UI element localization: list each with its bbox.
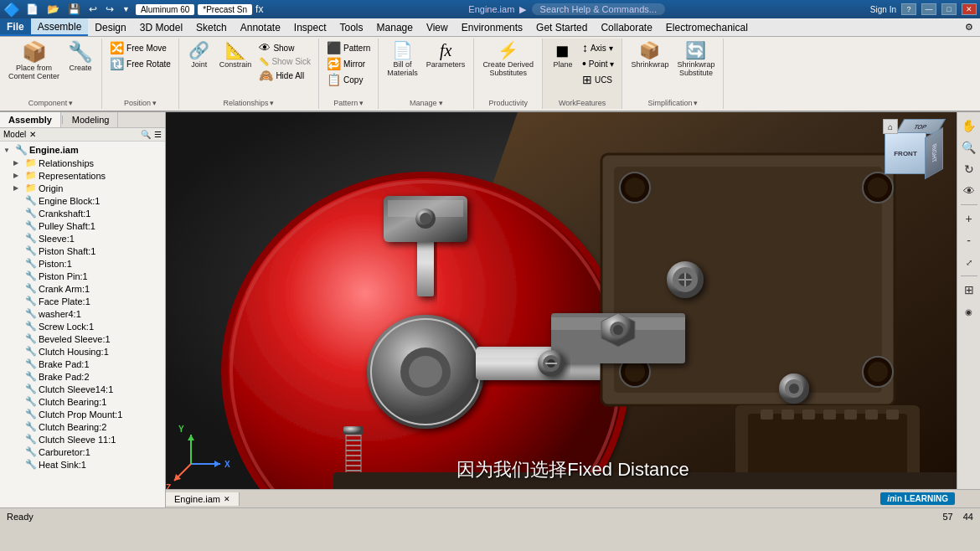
simplification-label[interactable]: Simplification▾ xyxy=(647,97,698,107)
tree-piston-pin[interactable]: 🔧 Piston Pin:1 xyxy=(0,270,165,282)
close-button[interactable]: ✕ xyxy=(962,3,977,15)
shrinkwrap-button[interactable]: 📦 Shrinkwrap xyxy=(627,40,672,70)
display-settings-button[interactable]: ⊞ xyxy=(959,280,979,300)
tree-screw-lock[interactable]: 🔧 Screw Lock:1 xyxy=(0,320,165,332)
tree-washer[interactable]: 🔧 washer4:1 xyxy=(0,307,165,320)
free-rotate-button[interactable]: 🔃 Free Rotate xyxy=(107,56,173,71)
search-icon[interactable]: 🔍 xyxy=(141,130,151,139)
free-move-button[interactable]: 🔀 Free Move xyxy=(107,40,173,55)
show-button[interactable]: 👁 Show xyxy=(256,40,313,55)
menu-getstarted[interactable]: Get Started xyxy=(529,18,594,36)
menu-environments[interactable]: Environments xyxy=(455,18,529,36)
zoom-in-button[interactable]: + xyxy=(959,209,979,229)
viewport[interactable]: X Y Z 因为我们选择Fixed Distance TOP xyxy=(166,112,980,507)
menu-collaborate[interactable]: Collaborate xyxy=(594,18,658,36)
orbit-button[interactable]: ↻ xyxy=(959,159,979,179)
constrain-button[interactable]: 📐 Constrain xyxy=(216,40,255,70)
viewport-tab-engine[interactable]: Engine.iam ✕ xyxy=(166,492,240,506)
tree-carburetor[interactable]: 🔧 Carburetor:1 xyxy=(0,445,165,458)
qat-open[interactable]: 📂 xyxy=(44,3,62,15)
shrinkwrap-sub-button[interactable]: 🔄 ShrinkwrapSubstitute xyxy=(673,40,718,79)
tab-assembly[interactable]: Assembly xyxy=(0,112,61,127)
qat-redo[interactable]: ↪ xyxy=(103,3,116,15)
pattern-label[interactable]: Pattern▾ xyxy=(333,97,364,107)
axis-button[interactable]: ↕ Axis ▾ xyxy=(580,40,616,55)
nav-cube-front[interactable]: FRONT xyxy=(885,132,926,174)
relationships-label[interactable]: Relationships▾ xyxy=(223,97,274,107)
parameters-button[interactable]: fx Parameters xyxy=(423,40,469,70)
tree-crankshaft[interactable]: 🔧 Crankshaft:1 xyxy=(0,207,165,219)
place-from-content-center-button[interactable]: 📦 Place fromContent Center xyxy=(5,40,63,82)
bom-button[interactable]: 📄 Bill ofMaterials xyxy=(384,40,421,79)
tree-piston-shaft[interactable]: 🔧 Piston Shaft:1 xyxy=(0,245,165,257)
qat-more[interactable]: ▼ xyxy=(120,5,132,13)
pan-button[interactable]: ✋ xyxy=(959,116,979,136)
qat-undo[interactable]: ↩ xyxy=(86,3,100,15)
tree-heat-sink[interactable]: 🔧 Heat Sink:1 xyxy=(0,458,165,471)
joint-button[interactable]: 🔗 Joint xyxy=(184,40,214,70)
tree-brake-pad-2[interactable]: 🔧 Brake Pad:2 xyxy=(0,370,165,383)
tree-engine-block[interactable]: 🔧 Engine Block:1 xyxy=(0,194,165,207)
tree-piston[interactable]: 🔧 Piston:1 xyxy=(0,257,165,270)
tree-relationships[interactable]: ▶ 📁 Relationships xyxy=(0,157,165,169)
tree-clutch-prop-mount[interactable]: 🔧 Clutch Prop Mount:1 xyxy=(0,408,165,420)
pattern-button[interactable]: ⬛ Pattern xyxy=(324,40,373,55)
menu-icon[interactable]: ☰ xyxy=(154,130,162,139)
manage-label[interactable]: Manage▾ xyxy=(410,97,443,107)
zoom-out-button[interactable]: - xyxy=(959,230,979,250)
copy-button[interactable]: 📋 Copy xyxy=(324,72,373,87)
zoom-button[interactable]: 🔍 xyxy=(959,137,979,157)
position-label[interactable]: Position▾ xyxy=(124,97,157,107)
active-file[interactable]: *Precast Sn xyxy=(198,4,252,15)
tree-clutch-sleeve11[interactable]: 🔧 Clutch Sleeve 11:1 xyxy=(0,433,165,445)
tree-clutch-sleeve14[interactable]: 🔧 Clutch Sleeve14:1 xyxy=(0,383,165,395)
nav-cube-right[interactable]: RIGHT xyxy=(925,127,943,180)
tree-clutch-bearing-2[interactable]: 🔧 Clutch Bearing:2 xyxy=(0,420,165,433)
menu-sketch[interactable]: Sketch xyxy=(189,18,234,36)
tree-brake-pad-1[interactable]: 🔧 Brake Pad:1 xyxy=(0,358,165,370)
tree-root-engine[interactable]: ▼ 🔧 Engine.iam xyxy=(0,143,165,157)
signin-button[interactable]: Sign In xyxy=(870,5,896,14)
menu-tools[interactable]: Tools xyxy=(333,18,370,36)
close-tab-icon[interactable]: ✕ xyxy=(224,495,230,503)
qat-new[interactable]: 📄 xyxy=(23,3,41,15)
show-sick-button[interactable]: 📏 Show Sick xyxy=(256,56,313,67)
settings-icon[interactable]: ⚙ xyxy=(958,22,980,33)
nav-cube-home[interactable]: ⌂ xyxy=(883,119,898,134)
help-icon[interactable]: ? xyxy=(901,3,916,15)
nav-cube[interactable]: TOP FRONT RIGHT ⌂ xyxy=(883,119,950,186)
tab-modeling[interactable]: Modeling xyxy=(64,112,119,127)
tree-sleeve[interactable]: 🔧 Sleeve:1 xyxy=(0,232,165,245)
create-derived-button[interactable]: ⚡ Create DerivedSubstitutes xyxy=(479,40,537,79)
menu-view[interactable]: View xyxy=(420,18,455,36)
tree-pulley-shaft[interactable]: 🔧 Pulley Shaft:1 xyxy=(0,219,165,232)
menu-design[interactable]: Design xyxy=(88,18,132,36)
material-selector[interactable]: Aluminum 60 xyxy=(136,4,194,15)
menu-inspect[interactable]: Inspect xyxy=(287,18,333,36)
search-bar[interactable]: Search Help & Commands... xyxy=(532,3,665,15)
menu-annotate[interactable]: Annotate xyxy=(234,18,287,36)
point-button[interactable]: • Point ▾ xyxy=(580,56,616,71)
tree-representations[interactable]: ▶ 📁 Representations xyxy=(0,169,165,182)
tree-crank-arm[interactable]: 🔧 Crank Arm:1 xyxy=(0,282,165,295)
menu-file[interactable]: File xyxy=(0,18,31,36)
component-label[interactable]: Component▾ xyxy=(28,97,74,107)
maximize-button[interactable]: □ xyxy=(941,3,957,15)
fit-view-button[interactable]: ⤢ xyxy=(959,252,979,272)
visual-style-button[interactable]: ◉ xyxy=(959,301,979,322)
mirror-button[interactable]: 🔁 Mirror xyxy=(324,56,373,71)
tree-clutch-housing[interactable]: 🔧 Clutch Housing:1 xyxy=(0,345,165,358)
hide-all-button[interactable]: 🙈 Hide All xyxy=(256,68,313,83)
menu-assemble[interactable]: Assemble xyxy=(31,18,89,36)
view-cube-button[interactable]: 👁 xyxy=(959,181,979,201)
tree-origin[interactable]: ▶ 📁 Origin xyxy=(0,182,165,194)
tree-clutch-bearing-1[interactable]: 🔧 Clutch Bearing:1 xyxy=(0,395,165,408)
menu-electromechanical[interactable]: Electromechanical xyxy=(659,18,755,36)
qat-save[interactable]: 💾 xyxy=(65,3,83,15)
tree-face-plate[interactable]: 🔧 Face Plate:1 xyxy=(0,295,165,307)
menu-3dmodel[interactable]: 3D Model xyxy=(133,18,189,36)
menu-manage[interactable]: Manage xyxy=(370,18,420,36)
plane-button[interactable]: ◼ Plane xyxy=(548,40,578,70)
ucs-button[interactable]: ⊞ UCS xyxy=(580,72,616,87)
create-button[interactable]: 🔧 Create xyxy=(64,40,96,74)
